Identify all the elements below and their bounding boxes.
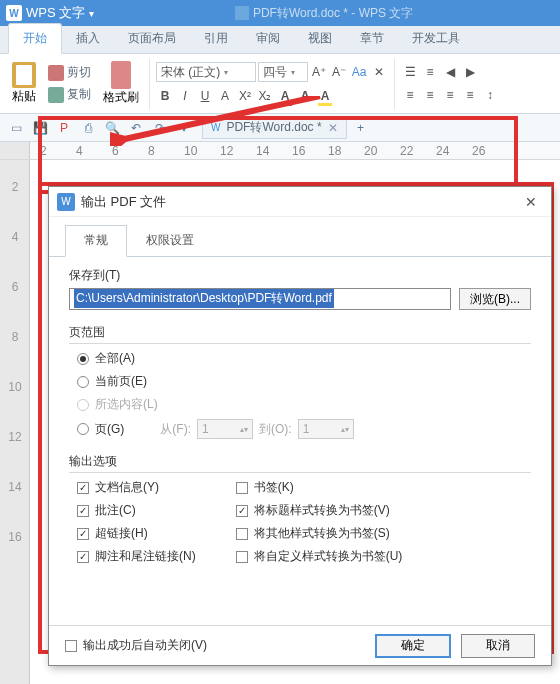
radio-all[interactable]: 全部(A): [77, 350, 531, 367]
vruler-tick: 16: [0, 530, 30, 580]
dialog-icon: W: [57, 193, 75, 211]
bold-button[interactable]: B: [156, 87, 174, 105]
redo-button[interactable]: ↷: [150, 118, 170, 138]
menu-tab-5[interactable]: 视图: [294, 24, 346, 53]
tab-permissions[interactable]: 权限设置: [127, 225, 213, 256]
indent-button[interactable]: ▶: [461, 63, 479, 81]
close-tab-button[interactable]: ✕: [328, 121, 338, 135]
align-left-button[interactable]: ≡: [401, 86, 419, 104]
export-pdf-dialog: W 输出 PDF 文件 ✕ 常规 权限设置 保存到(T) C:\Users\Ad…: [48, 186, 552, 666]
check-close-after[interactable]: 输出成功后自动关闭(V): [65, 637, 207, 654]
check-footnotes[interactable]: 脚注和尾注链接(N): [77, 548, 196, 565]
checkbox-icon: [236, 505, 248, 517]
ruler-tick: 12: [220, 144, 256, 158]
browse-button[interactable]: 浏览(B)...: [459, 288, 531, 310]
checkbox-icon: [77, 505, 89, 517]
check-other-bookmarks[interactable]: 将其他样式转换为书签(S): [236, 525, 403, 542]
save-button[interactable]: 💾: [30, 118, 50, 138]
cut-button[interactable]: 剪切: [46, 63, 93, 82]
tab-general[interactable]: 常规: [65, 225, 127, 257]
horizontal-ruler[interactable]: 2468101214161820222426: [0, 142, 560, 160]
cut-label: 剪切: [67, 64, 91, 81]
font-name-combo[interactable]: 宋体 (正文)▾: [156, 62, 256, 82]
strike-button[interactable]: A: [216, 87, 234, 105]
radio-current[interactable]: 当前页(E): [77, 373, 531, 390]
highlight-button[interactable]: A: [316, 87, 334, 105]
save-to-label: 保存到(T): [69, 267, 531, 284]
numbering-button[interactable]: ≡: [421, 63, 439, 81]
new-doc-button[interactable]: ▭: [6, 118, 26, 138]
justify-button[interactable]: ≡: [461, 86, 479, 104]
menu-tab-7[interactable]: 开发工具: [398, 24, 474, 53]
document-tab[interactable]: W PDF转Word.doc * ✕: [202, 117, 347, 139]
ruler-tick: 4: [76, 144, 112, 158]
bullets-button[interactable]: ☰: [401, 63, 419, 81]
radio-selection-label: 所选内容(L): [95, 396, 158, 413]
check-hyperlinks[interactable]: 超链接(H): [77, 525, 196, 542]
ruler-tick: 14: [256, 144, 292, 158]
ruler-tick: 8: [148, 144, 184, 158]
checkbox-icon: [236, 528, 248, 540]
from-label: 从(F):: [160, 421, 191, 438]
menu-tab-4[interactable]: 审阅: [242, 24, 294, 53]
grow-font-button[interactable]: A⁺: [310, 63, 328, 81]
dialog-body: 保存到(T) C:\Users\Administrator\Desktop\PD…: [49, 257, 551, 575]
change-case-button[interactable]: Aa: [350, 63, 368, 81]
underline-button[interactable]: U: [196, 87, 214, 105]
checkbox-icon: [77, 528, 89, 540]
checkbox-icon: [77, 482, 89, 494]
undo-button[interactable]: ↶: [126, 118, 146, 138]
menu-tab-3[interactable]: 引用: [190, 24, 242, 53]
page-range-label: 页范围: [69, 324, 531, 344]
new-tab-button[interactable]: +: [351, 118, 371, 138]
sub-button[interactable]: X₂: [256, 87, 274, 105]
dialog-title: 输出 PDF 文件: [81, 193, 519, 211]
align-center-button[interactable]: ≡: [421, 86, 439, 104]
menu-tab-0[interactable]: 开始: [8, 23, 62, 54]
super-button[interactable]: X²: [236, 87, 254, 105]
separator: [149, 59, 150, 109]
ok-button[interactable]: 确定: [375, 634, 451, 658]
path-input[interactable]: C:\Users\Administrator\Desktop\PDF转Word.…: [69, 288, 451, 310]
radio-pages[interactable]: 页(G) 从(F): 1▴▾ 到(O): 1▴▾: [77, 419, 531, 439]
font-size-value: 四号: [263, 64, 287, 81]
italic-button[interactable]: I: [176, 87, 194, 105]
radio-icon: [77, 353, 89, 365]
preview-button[interactable]: 🔍: [102, 118, 122, 138]
output-options-label: 输出选项: [69, 453, 531, 473]
outdent-button[interactable]: ◀: [441, 63, 459, 81]
check-docinfo[interactable]: 文档信息(Y): [77, 479, 196, 496]
vruler-tick: 4: [0, 230, 30, 280]
menu-tab-1[interactable]: 插入: [62, 24, 114, 53]
ruler-tick: 16: [292, 144, 328, 158]
radio-pages-label: 页(G): [95, 421, 124, 438]
paste-button[interactable]: 粘贴: [8, 60, 40, 107]
cancel-button[interactable]: 取消: [461, 634, 535, 658]
print-button[interactable]: ⎙: [78, 118, 98, 138]
quick-access-bar: ▭ 💾 P ⎙ 🔍 ↶ ↷ ▾ W PDF转Word.doc * ✕ +: [0, 114, 560, 142]
menu-tab-2[interactable]: 页面布局: [114, 24, 190, 53]
from-spinner: 1▴▾: [197, 419, 253, 439]
close-button[interactable]: ✕: [519, 194, 543, 210]
text-effects-button[interactable]: A: [296, 87, 314, 105]
ribbon: 粘贴 剪切 复制 格式刷 宋体 (正文)▾ 四号▾ A⁺ A⁻ Aa ✕ B I…: [0, 54, 560, 114]
format-painter-button[interactable]: 格式刷: [99, 59, 143, 108]
export-pdf-button[interactable]: P: [54, 118, 74, 138]
check-title-bookmarks[interactable]: 将标题样式转换为书签(V): [236, 502, 403, 519]
checkbox-icon: [236, 482, 248, 494]
font-size-combo[interactable]: 四号▾: [258, 62, 308, 82]
align-right-button[interactable]: ≡: [441, 86, 459, 104]
clear-format-button[interactable]: ✕: [370, 63, 388, 81]
menu-tab-6[interactable]: 章节: [346, 24, 398, 53]
qat-more[interactable]: ▾: [174, 118, 194, 138]
check-annotations[interactable]: 批注(C): [77, 502, 196, 519]
shrink-font-button[interactable]: A⁻: [330, 63, 348, 81]
line-spacing-button[interactable]: ↕: [481, 86, 499, 104]
check-custom-bookmarks[interactable]: 将自定义样式转换为书签(U): [236, 548, 403, 565]
check-bookmarks[interactable]: 书签(K): [236, 479, 403, 496]
check-other-bookmarks-label: 将其他样式转换为书签(S): [254, 525, 390, 542]
check-custom-bookmarks-label: 将自定义样式转换为书签(U): [254, 548, 403, 565]
copy-button[interactable]: 复制: [46, 85, 93, 104]
font-color-button[interactable]: A: [276, 87, 294, 105]
ruler-tick: 18: [328, 144, 364, 158]
